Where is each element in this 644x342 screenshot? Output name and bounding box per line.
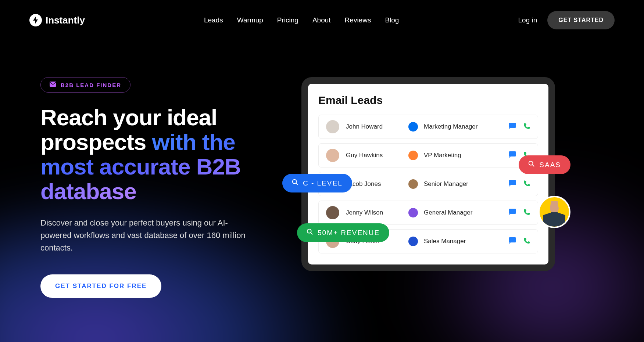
company-icon bbox=[408, 237, 418, 246]
header: Instantly Leads Warmup Pricing About Rev… bbox=[0, 0, 644, 40]
nav-leads[interactable]: Leads bbox=[204, 16, 223, 24]
lead-row[interactable]: Guy Hawkins VP Marketing bbox=[318, 143, 538, 168]
cta-button[interactable]: GET STARTED FOR FREE bbox=[40, 274, 161, 298]
svg-rect-2 bbox=[509, 151, 516, 156]
lead-title: General Manager bbox=[424, 209, 508, 216]
svg-point-7 bbox=[307, 229, 311, 233]
header-actions: Log in GET STARTED bbox=[518, 11, 615, 29]
filter-pill-saas[interactable]: SAAS bbox=[519, 155, 570, 174]
phone-icon[interactable] bbox=[523, 237, 530, 246]
svg-rect-0 bbox=[50, 82, 56, 87]
featured-avatar bbox=[538, 196, 570, 228]
brand-name: Instantly bbox=[46, 15, 85, 26]
leads-card: Email Leads John Howard Marketing Manage… bbox=[301, 77, 555, 271]
svg-rect-5 bbox=[509, 237, 516, 242]
lead-name: Jacob Jones bbox=[346, 180, 408, 188]
filter-pill-revenue[interactable]: 50M+ REVENUE bbox=[297, 223, 389, 242]
nav-about[interactable]: About bbox=[312, 16, 331, 24]
login-link[interactable]: Log in bbox=[518, 16, 537, 24]
lead-name: Guy Hawkins bbox=[346, 152, 408, 159]
subtext: Discover and close your perfect buyers u… bbox=[40, 217, 254, 254]
filter-pill-clevel[interactable]: C - LEVEL bbox=[282, 174, 352, 192]
chat-icon[interactable] bbox=[508, 237, 516, 246]
lead-title: Senior Manager bbox=[424, 180, 508, 188]
svg-rect-3 bbox=[509, 180, 516, 185]
lead-row[interactable]: John Howard Marketing Manager bbox=[318, 115, 538, 139]
badge-text: B2B LEAD FINDER bbox=[61, 82, 121, 88]
company-icon bbox=[408, 151, 418, 160]
hero-section: B2B LEAD FINDER Reach your ideal prospec… bbox=[0, 40, 644, 298]
lead-title: Sales Manager bbox=[424, 238, 508, 245]
lead-row[interactable]: Jenny Wilson General Manager bbox=[318, 201, 538, 225]
mail-icon bbox=[50, 82, 56, 88]
logo[interactable]: Instantly bbox=[29, 14, 85, 26]
chat-icon[interactable] bbox=[508, 180, 516, 188]
search-icon bbox=[292, 179, 298, 187]
avatar bbox=[326, 206, 339, 219]
nav-warmup[interactable]: Warmup bbox=[237, 16, 263, 24]
get-started-button[interactable]: GET STARTED bbox=[547, 11, 615, 29]
search-icon bbox=[528, 161, 535, 169]
nav-blog[interactable]: Blog bbox=[385, 16, 399, 24]
avatar bbox=[326, 120, 339, 133]
lead-title: VP Marketing bbox=[424, 152, 508, 159]
svg-point-8 bbox=[529, 161, 533, 165]
company-icon bbox=[408, 122, 418, 132]
chat-icon[interactable] bbox=[508, 208, 516, 217]
phone-icon[interactable] bbox=[523, 208, 530, 217]
category-badge: B2B LEAD FINDER bbox=[40, 77, 130, 93]
nav-pricing[interactable]: Pricing bbox=[277, 16, 298, 24]
company-icon bbox=[408, 208, 418, 217]
main-nav: Leads Warmup Pricing About Reviews Blog bbox=[204, 16, 399, 24]
search-icon bbox=[307, 228, 313, 237]
svg-rect-1 bbox=[509, 123, 516, 128]
phone-icon[interactable] bbox=[523, 122, 530, 131]
card-title: Email Leads bbox=[318, 94, 538, 107]
bolt-icon bbox=[29, 14, 42, 26]
svg-rect-4 bbox=[509, 209, 516, 214]
lead-title: Marketing Manager bbox=[424, 123, 508, 130]
nav-reviews[interactable]: Reviews bbox=[345, 16, 371, 24]
lead-name: Jenny Wilson bbox=[346, 209, 408, 216]
chat-icon[interactable] bbox=[508, 151, 516, 160]
company-icon bbox=[408, 179, 418, 189]
avatar bbox=[326, 149, 339, 162]
phone-icon[interactable] bbox=[523, 180, 530, 188]
lead-name: John Howard bbox=[346, 123, 408, 130]
svg-point-6 bbox=[293, 180, 297, 184]
headline: Reach your ideal prospects with the most… bbox=[40, 105, 279, 204]
chat-icon[interactable] bbox=[508, 122, 516, 131]
